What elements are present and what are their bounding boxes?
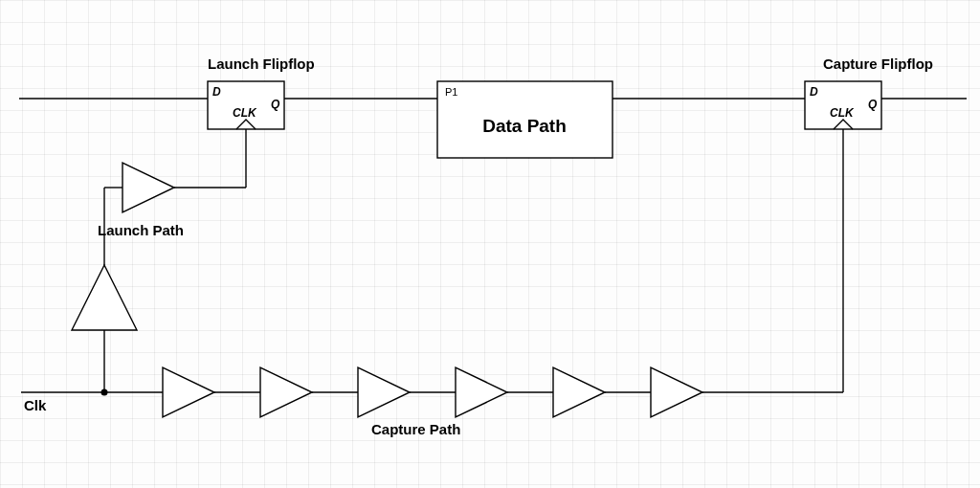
buffer-icon (358, 367, 410, 417)
buffer-icon (260, 367, 312, 417)
data-path-label: Data Path (482, 116, 567, 136)
buffer-icon (456, 367, 507, 417)
pin-clk-label: CLK (830, 106, 855, 120)
port-p1-label: P1 (445, 86, 457, 98)
buffer-icon (163, 367, 214, 417)
diagram-canvas: D Q CLK D Q CLK P1 Data Path (0, 0, 980, 488)
launch-flipflop-label: Launch Flipflop (208, 55, 315, 72)
pin-clk-label: CLK (233, 106, 257, 120)
buffer-icon (122, 163, 174, 212)
capture-flipflop-label: Capture Flipflop (823, 55, 933, 72)
buffer-icon (72, 265, 137, 330)
pin-d-label: D (810, 85, 818, 99)
launch-path-label: Launch Path (98, 222, 184, 238)
buffer-icon (553, 367, 605, 417)
pin-d-label: D (212, 85, 221, 99)
buffer-icon (651, 367, 702, 417)
pin-q-label: Q (868, 98, 878, 111)
pin-q-label: Q (271, 98, 280, 111)
capture-path-label: Capture Path (371, 421, 460, 437)
clk-label: Clk (24, 397, 46, 413)
